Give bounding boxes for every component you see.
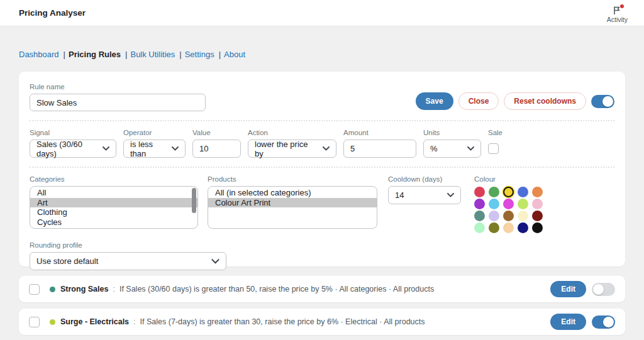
rounding-profile-select[interactable]: Use store default bbox=[30, 252, 226, 270]
rule-enabled-toggle[interactable] bbox=[591, 95, 614, 108]
nav-separator: | bbox=[64, 50, 65, 59]
colour-swatch[interactable] bbox=[503, 211, 514, 221]
colour-swatch[interactable] bbox=[474, 211, 485, 221]
operator-label: Operator bbox=[123, 129, 186, 136]
cooldown-select[interactable]: 14 bbox=[388, 186, 461, 204]
colour-swatch[interactable] bbox=[532, 187, 543, 197]
rule-enabled-toggle[interactable] bbox=[592, 283, 615, 296]
list-item[interactable]: Colour Art Print bbox=[208, 198, 377, 208]
rule-row: Surge - Electricals : If Sales (7-days) … bbox=[19, 309, 625, 335]
sale-label: Sale bbox=[488, 129, 502, 136]
toggle-knob bbox=[593, 284, 604, 295]
categories-label: Categories bbox=[30, 175, 198, 183]
list-item[interactable]: Clothing bbox=[30, 207, 197, 217]
value-label: Value bbox=[192, 129, 241, 136]
signal-select[interactable]: Sales (30/60 days) bbox=[30, 140, 116, 158]
rule-select-checkbox[interactable] bbox=[29, 284, 40, 295]
units-select[interactable]: % bbox=[423, 140, 481, 158]
colour-swatch[interactable] bbox=[518, 211, 528, 221]
products-listbox[interactable]: All (in selected categories)Colour Art P… bbox=[208, 186, 377, 229]
breadcrumb-nav: Dashboard|Pricing Rules|Bulk Utilities|S… bbox=[19, 50, 625, 59]
value-input[interactable] bbox=[192, 140, 241, 158]
colour-swatch[interactable] bbox=[532, 199, 543, 209]
signal-label: Signal bbox=[30, 129, 116, 136]
colour-label: Colour bbox=[474, 175, 543, 183]
rule-name-label: Rule name bbox=[30, 83, 206, 90]
sale-checkbox[interactable] bbox=[488, 143, 499, 154]
nav-separator: | bbox=[125, 50, 127, 59]
edit-button[interactable]: Edit bbox=[550, 281, 586, 297]
operator-select[interactable]: is less than bbox=[123, 140, 186, 158]
nav-item-pricing-rules[interactable]: Pricing Rules bbox=[69, 50, 121, 59]
rule-colour-dot-icon bbox=[50, 287, 55, 292]
colour-grid bbox=[474, 187, 543, 233]
rule-name: Surge - Electricals bbox=[60, 317, 129, 326]
rule-select-checkbox[interactable] bbox=[29, 317, 40, 327]
rule-description: If Sales (7-days) is greater than 30, ra… bbox=[140, 317, 425, 326]
list-item[interactable]: All (in selected categories) bbox=[208, 188, 377, 198]
nav-link-settings[interactable]: Settings bbox=[185, 50, 214, 59]
action-value: lower the price by bbox=[255, 140, 318, 158]
chevron-down-icon bbox=[447, 193, 454, 197]
list-item[interactable]: All bbox=[30, 188, 197, 198]
nav-link-dashboard[interactable]: Dashboard bbox=[19, 50, 59, 59]
colour-swatch[interactable] bbox=[518, 222, 528, 233]
colour-swatch[interactable] bbox=[532, 222, 543, 233]
rule-separator: : bbox=[113, 285, 114, 293]
notification-dot-icon bbox=[620, 4, 624, 8]
amount-label: Amount bbox=[343, 129, 416, 136]
divider bbox=[30, 120, 614, 121]
chevron-down-icon bbox=[103, 146, 109, 151]
colour-swatch[interactable] bbox=[489, 222, 499, 233]
chevron-down-icon bbox=[467, 146, 474, 151]
rule-enabled-toggle[interactable] bbox=[592, 315, 615, 329]
rounding-profile-label: Rounding profile bbox=[30, 241, 614, 249]
edit-button[interactable]: Edit bbox=[550, 314, 586, 330]
action-label: Action bbox=[248, 129, 336, 136]
colour-swatch[interactable] bbox=[518, 187, 528, 197]
close-button[interactable]: Close bbox=[458, 92, 499, 110]
toggle-knob bbox=[602, 96, 613, 107]
rule-editor-card: Rule name Save Close Reset cooldowns Sig… bbox=[19, 72, 625, 266]
colour-swatch[interactable] bbox=[474, 222, 485, 233]
flag-icon bbox=[612, 6, 622, 15]
reset-cooldowns-button[interactable]: Reset cooldowns bbox=[504, 92, 586, 110]
colour-swatch[interactable] bbox=[489, 211, 499, 221]
rule-name: Strong Sales bbox=[60, 285, 108, 293]
chevron-down-icon bbox=[211, 259, 219, 264]
colour-swatch[interactable] bbox=[489, 199, 499, 209]
units-label: Units bbox=[423, 129, 481, 136]
nav-link-bulk-utilities[interactable]: Bulk Utilities bbox=[130, 50, 175, 59]
colour-swatch[interactable] bbox=[474, 199, 485, 209]
colour-swatch[interactable] bbox=[489, 187, 499, 197]
list-item[interactable]: Art bbox=[30, 198, 197, 208]
list-item[interactable]: Cycles bbox=[30, 217, 197, 228]
activity-label: Activity bbox=[607, 16, 628, 23]
cooldown-label: Cooldown (days) bbox=[388, 175, 461, 183]
colour-swatch[interactable] bbox=[532, 211, 543, 221]
chevron-down-icon bbox=[172, 146, 179, 151]
cooldown-value: 14 bbox=[395, 190, 404, 200]
toggle-knob bbox=[603, 317, 614, 327]
colour-swatch[interactable] bbox=[503, 222, 514, 233]
divider bbox=[30, 167, 614, 168]
list-item[interactable]: Electrical bbox=[30, 227, 197, 229]
save-button[interactable]: Save bbox=[416, 92, 453, 110]
colour-swatch[interactable] bbox=[503, 187, 514, 197]
colour-swatch[interactable] bbox=[518, 199, 528, 209]
units-value: % bbox=[430, 144, 438, 153]
amount-input[interactable] bbox=[343, 140, 416, 158]
scrollbar[interactable] bbox=[192, 188, 196, 213]
nav-link-about[interactable]: About bbox=[224, 50, 245, 59]
rule-name-input[interactable] bbox=[30, 94, 206, 111]
nav-separator: | bbox=[179, 50, 181, 59]
rule-separator: : bbox=[133, 317, 135, 326]
operator-value: is less than bbox=[130, 140, 167, 158]
nav-separator: | bbox=[219, 50, 221, 59]
colour-swatch[interactable] bbox=[503, 199, 514, 209]
colour-swatch[interactable] bbox=[474, 187, 485, 197]
rounding-profile-value: Use store default bbox=[36, 256, 98, 266]
activity-button[interactable]: Activity bbox=[607, 6, 628, 23]
categories-listbox[interactable]: AllArtClothingCyclesElectrical bbox=[30, 186, 198, 229]
action-select[interactable]: lower the price by bbox=[248, 140, 336, 158]
